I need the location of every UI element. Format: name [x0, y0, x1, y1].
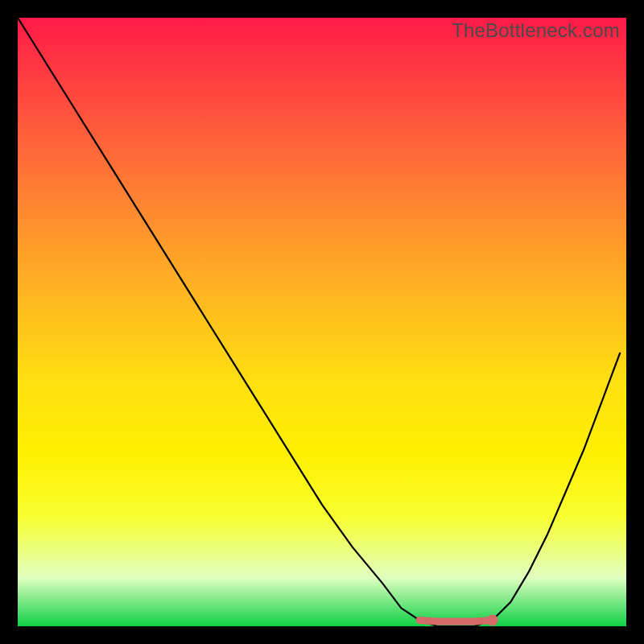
plot-frame: TheBottleneck.com [18, 18, 626, 626]
gradient-background [18, 18, 626, 626]
